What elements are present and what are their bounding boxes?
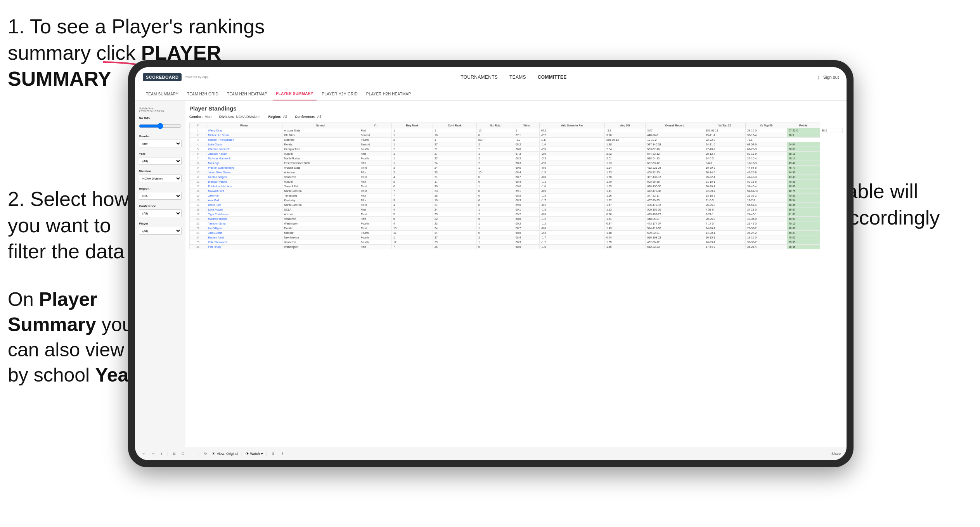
export-btn[interactable]: ⬇ (270, 451, 276, 456)
table-cell: -0.8 (540, 212, 605, 217)
conference-select[interactable]: (All) (139, 209, 182, 217)
sub-nav-team-h2h-heatmap[interactable]: TEAM H2H HEATMAP (224, 87, 270, 100)
table-cell: 7 (392, 189, 433, 194)
toolbar-sep3: | (241, 452, 242, 456)
table-cell: 1 (477, 166, 514, 170)
nav-committee[interactable]: COMMITTEE (538, 74, 567, 80)
table-cell: 429-198-22 (646, 212, 704, 217)
table-cell: Nicholas Gabrelcik (206, 156, 282, 161)
table-cell: Bastien Amat (206, 235, 282, 240)
table-cell: East Tennessee State (282, 161, 359, 166)
copy-btn[interactable]: ⧉ (171, 451, 177, 457)
table-cell: 40.36 (787, 180, 820, 184)
more-btn[interactable]: ··· (189, 451, 196, 456)
sub-nav-player-h2h-grid[interactable]: PLAYER H2H GRID (319, 87, 361, 100)
no-rds-slider[interactable] (139, 123, 182, 129)
table-cell: New Mexico (282, 235, 359, 240)
refresh-btn[interactable]: ↻ (203, 451, 209, 456)
table-cell: 41.81 (787, 212, 820, 217)
table-cell: -0.5 (540, 189, 605, 194)
share-btn[interactable]: Share (831, 452, 841, 456)
sidebar-no-rds: No Rds. (139, 116, 182, 130)
col-avg-sg[interactable]: Avg SG (605, 123, 646, 128)
col-reg-rank[interactable]: Reg Rank (392, 123, 433, 128)
col-player[interactable]: Player (206, 123, 282, 128)
table-cell: 54-51-4 (745, 203, 787, 207)
sign-out[interactable]: Sign out (823, 75, 839, 79)
tablet-screen: SCOREBOARD Powered by clippi TOURNAMENTS… (135, 67, 847, 460)
table-cell: 1.92 (605, 198, 646, 203)
table-cell: 9 (392, 198, 433, 203)
view-btn[interactable]: 👁 View: Original (212, 452, 238, 456)
more2-btn[interactable]: ⋮⋮ (279, 451, 289, 456)
table-cell: 18-7-3 (745, 198, 787, 203)
annotation-2-line1: 2. Select how (8, 188, 129, 210)
table-row: 25Cole SherwoodVanderbiltFourth1223168.3… (190, 240, 843, 245)
col-vs-top25[interactable]: Vs Top 25 (704, 123, 746, 128)
table-cell: -1.7 (540, 198, 605, 203)
col-vs-top50[interactable]: Vs Top 50 (745, 123, 787, 128)
year-label: Year (139, 152, 182, 156)
watch-btn[interactable]: 👁 Watch ▾ (246, 452, 263, 456)
annotation-2-line3: filter the data (8, 240, 125, 263)
nav-links: TOURNAMENTS TEAMS COMMITTEE (461, 74, 566, 80)
table-cell: Ole Miss (282, 133, 359, 138)
table-cell: North Florida (282, 156, 359, 161)
table-cell: Tiger Christensen (206, 212, 282, 217)
year-select[interactable]: (All) (139, 157, 182, 165)
table-cell: 25 (190, 240, 206, 245)
col-wins[interactable]: Wins (514, 123, 540, 128)
sub-nav-player-summary[interactable]: PLAYER SUMMARY (273, 87, 317, 100)
table-cell: 44-64-6 (745, 166, 787, 170)
gender-select[interactable]: Men (139, 140, 182, 147)
table-cell: 14-5-3 (704, 156, 746, 161)
toolbar-sep4: | (266, 452, 267, 456)
player-select[interactable]: (All) (139, 227, 182, 235)
col-conf-rank[interactable]: Conf Rank (433, 123, 477, 128)
table-cell: Jackson Koivun (206, 152, 282, 156)
redo-btn[interactable]: ↪ (150, 451, 156, 456)
table-cell: 68.3 (514, 240, 540, 245)
table-cell: 19-11-1 (704, 133, 746, 138)
nav-tournaments[interactable]: TOURNAMENTS (461, 74, 498, 80)
player-label: Player (139, 222, 182, 225)
table-row: 11Gordon SargentVanderbiltThird421068.7-… (190, 175, 843, 180)
col-adj-score[interactable]: Adj. Score to Par (540, 123, 605, 128)
table-cell: Vanderbilt (282, 175, 359, 180)
back-btn[interactable]: ⟨ (159, 451, 164, 456)
table-cell: Third (359, 166, 391, 170)
table-cell: Fourth (359, 138, 391, 142)
sub-nav-player-h2h-heatmap[interactable]: PLAYER H2H HEATMAP (363, 87, 414, 100)
sub-nav-team-h2h-grid[interactable]: TEAM H2H GRID (184, 87, 222, 100)
region-select[interactable]: N/A (139, 192, 182, 200)
table-cell: 14-20-1 (704, 231, 746, 235)
table-cell: 4 (392, 175, 433, 180)
table-cell: 1.61 (605, 217, 646, 221)
table-cell: 24-18-0 (745, 207, 787, 212)
col-school[interactable]: School (282, 123, 359, 128)
col-rank[interactable]: # (190, 123, 206, 128)
table-row: 18Luke PowellUCLAFirst424169.1-1.81.1350… (190, 207, 843, 212)
division-select[interactable]: NCAA Division I (139, 175, 182, 182)
table-cell: -2.3 (540, 231, 605, 235)
nav-teams[interactable]: TEAMS (509, 74, 526, 80)
paste-btn[interactable]: ⊡ (180, 451, 186, 456)
table-cell: 473-177-57 (646, 221, 704, 226)
undo-btn[interactable]: ↩ (141, 451, 147, 456)
table-cell: 24 (433, 166, 477, 170)
col-overall[interactable]: Overall Record (646, 123, 704, 128)
table-cell: 13-18-2 (704, 194, 746, 198)
col-no-rds[interactable]: No. Rds. (477, 123, 514, 128)
sub-nav-team-summary[interactable]: TEAM SUMMARY (143, 87, 182, 100)
col-yr[interactable]: Yr (359, 123, 391, 128)
filter-region: Region: All (268, 115, 287, 119)
table-cell: 2 (477, 142, 514, 147)
table-cell: 43.49 (787, 175, 820, 180)
table-cell: 23 (433, 212, 477, 217)
table-cell: 18 (433, 194, 477, 198)
table-cell: 562-82-23 (646, 245, 704, 249)
table-cell: Fourth (359, 235, 391, 240)
col-points[interactable]: Points (787, 123, 820, 128)
table-cell: 5 (190, 147, 206, 152)
table-cell: 2 (190, 133, 206, 138)
